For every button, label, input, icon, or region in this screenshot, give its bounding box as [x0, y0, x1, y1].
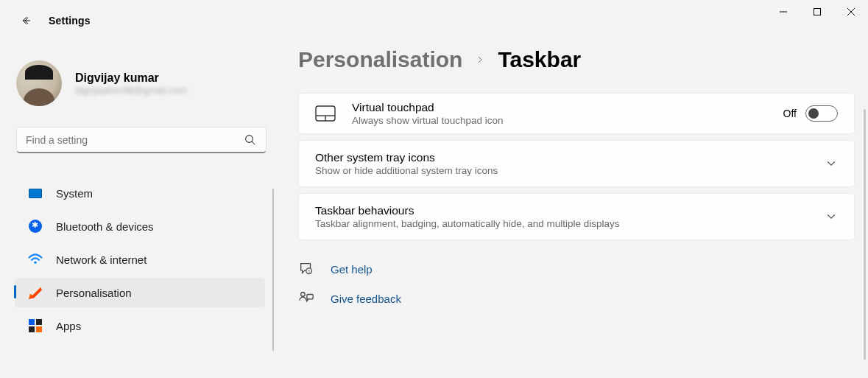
- setting-subtitle: Show or hide additional system tray icon…: [315, 165, 825, 176]
- sidebar-item-personalisation[interactable]: Personalisation: [15, 278, 265, 307]
- wifi-icon: [28, 252, 43, 267]
- search-field[interactable]: [16, 127, 267, 153]
- get-help-link[interactable]: ? Get help: [298, 261, 855, 277]
- sidebar-item-system[interactable]: System: [15, 178, 265, 208]
- setting-other-tray-icons[interactable]: Other system tray icons Show or hide add…: [298, 140, 855, 187]
- breadcrumb-parent[interactable]: Personalisation: [298, 47, 462, 72]
- sidebar-item-label: Apps: [56, 320, 81, 332]
- setting-taskbar-behaviours[interactable]: Taskbar behaviours Taskbar alignment, ba…: [298, 193, 855, 240]
- page-title: Taskbar: [498, 47, 581, 72]
- svg-text:?: ?: [308, 270, 310, 274]
- app-title: Settings: [49, 15, 91, 27]
- account-row[interactable]: Digvijay kumar digvijaykmr96@gmail.com: [0, 55, 272, 119]
- chevron-down-icon: [825, 157, 838, 170]
- chevron-right-icon: [476, 52, 484, 68]
- toggle-state-label: Off: [783, 108, 797, 119]
- touchpad-icon: [315, 105, 336, 122]
- link-label: Give feedback: [331, 293, 401, 305]
- svg-rect-14: [307, 295, 313, 299]
- sidebar-item-label: Bluetooth & devices: [56, 220, 154, 233]
- account-name: Digvijay kumar: [75, 71, 187, 85]
- sidebar-item-network[interactable]: Network & internet: [15, 245, 265, 274]
- monitor-icon: [28, 186, 43, 200]
- help-icon: ?: [298, 261, 314, 277]
- apps-icon: [28, 318, 43, 333]
- paintbrush-icon: [28, 285, 43, 300]
- svg-rect-1: [814, 9, 821, 15]
- sidebar-scrollbar[interactable]: [272, 189, 274, 351]
- svg-point-13: [301, 293, 306, 297]
- setting-subtitle: Always show virtual touchpad icon: [352, 115, 783, 126]
- setting-subtitle: Taskbar alignment, badging, automaticall…: [315, 218, 825, 229]
- setting-title: Taskbar behaviours: [315, 204, 825, 217]
- sidebar-item-bluetooth[interactable]: Bluetooth & devices: [15, 211, 265, 241]
- give-feedback-link[interactable]: Give feedback: [298, 290, 855, 307]
- back-button[interactable]: [19, 13, 34, 28]
- avatar: [16, 60, 62, 106]
- feedback-icon: [298, 290, 314, 307]
- setting-title: Virtual touchpad: [352, 101, 783, 114]
- sidebar-item-apps[interactable]: Apps: [15, 311, 265, 340]
- chevron-down-icon: [825, 210, 838, 223]
- window-minimize-button[interactable]: [766, 0, 800, 24]
- virtual-touchpad-toggle[interactable]: [805, 105, 838, 122]
- sidebar-item-label: Network & internet: [56, 253, 147, 266]
- setting-title: Other system tray icons: [315, 151, 825, 164]
- bluetooth-icon: [28, 219, 43, 234]
- sidebar-item-label: Personalisation: [56, 287, 132, 299]
- svg-line-6: [252, 141, 255, 144]
- main-scrollbar[interactable]: [864, 109, 866, 360]
- svg-point-7: [34, 262, 36, 264]
- setting-virtual-touchpad: Virtual touchpad Always show virtual tou…: [298, 93, 855, 134]
- link-label: Get help: [331, 263, 373, 276]
- account-email: digvijaykmr96@gmail.com: [75, 85, 187, 96]
- window-close-button[interactable]: [834, 0, 868, 24]
- breadcrumb: Personalisation Taskbar: [298, 47, 855, 72]
- sidebar-item-label: System: [56, 187, 93, 200]
- window-maximize-button[interactable]: [800, 0, 834, 24]
- search-icon: [244, 133, 257, 147]
- search-input[interactable]: [26, 134, 244, 146]
